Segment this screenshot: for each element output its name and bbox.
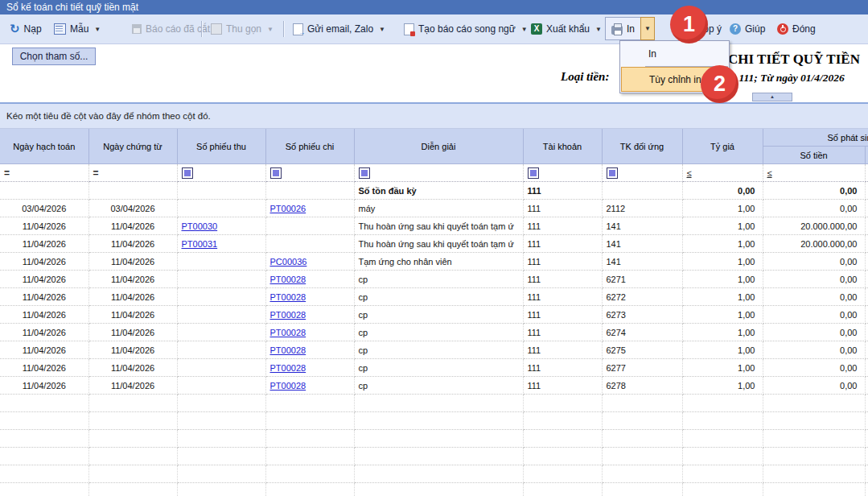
cell-quy-doi (865, 377, 868, 395)
cell-tai-khoan: 111 (523, 182, 602, 200)
filter-cell-ngay-chung-tu[interactable]: = (88, 164, 177, 182)
column-header-tk-doi-ung[interactable]: TK đối ứng (602, 129, 682, 164)
chevron-down-icon: ▼ (267, 26, 274, 33)
empty-cell (0, 430, 88, 448)
cell-quy-doi (865, 341, 868, 359)
filter-cell-so-phieu-thu[interactable] (177, 164, 265, 182)
empty-cell (602, 483, 682, 496)
table-row[interactable]: 11/04/202611/04/2026PT00030Thu hoàn ứng … (0, 217, 868, 235)
group-by-panel[interactable]: Kéo một tiêu đề cột vào đây để nhóm theo… (0, 104, 868, 129)
filter-cell-so-phieu-chi[interactable] (265, 164, 354, 182)
table-row[interactable]: 03/04/202603/04/2026PT00026máy11121121,0… (0, 200, 868, 217)
template-button[interactable]: Mẫu ▼ (51, 19, 104, 39)
voucher-link[interactable]: PT00030 (182, 221, 218, 231)
filter-cell-ngay-hach-toan[interactable]: = (0, 164, 88, 182)
voucher-link[interactable]: PT00028 (270, 310, 306, 320)
empty-cell (682, 395, 763, 412)
filter-box-icon (182, 167, 193, 179)
send-email-button[interactable]: Gửi email, Zalo ▼ (290, 19, 389, 39)
cell-so-tien: 0,00 (763, 306, 865, 324)
cell-ngay-hach-toan: 11/04/2026 (0, 359, 88, 377)
print-button[interactable]: In (605, 17, 640, 40)
cell-so-tien: 0,00 (763, 200, 865, 217)
empty-cell (354, 412, 523, 430)
column-header-ngay-chung-tu[interactable]: Ngày chứng từ (88, 129, 177, 164)
cell-ngay-hach-toan: 11/04/2026 (0, 324, 88, 341)
empty-cell (682, 412, 763, 430)
filter-cell-ty-gia[interactable]: ≤ (682, 164, 763, 182)
voucher-link[interactable]: PT00028 (270, 328, 306, 337)
table-row[interactable]: 11/04/202611/04/2026PT00028cp11162751,00… (0, 341, 868, 359)
cell-ty-gia: 1,00 (682, 253, 763, 271)
table-row[interactable]: 11/04/202611/04/2026PC00036Tạm ứng cho n… (0, 253, 868, 271)
voucher-link[interactable]: PT00028 (270, 381, 306, 391)
table-row[interactable]: 11/04/202611/04/2026PT00028cp11162781,00… (0, 377, 868, 395)
column-header-dien-giai[interactable]: Diễn giải (354, 129, 523, 164)
column-header-so-tien[interactable]: Số tiền (763, 147, 865, 164)
help-button[interactable]: ? Giúp (726, 19, 768, 39)
empty-cell (0, 412, 88, 430)
menu-item-in[interactable]: In (621, 42, 728, 66)
export-button[interactable]: X Xuất khẩu ▼ (528, 19, 605, 39)
voucher-link[interactable]: PT00026 (270, 204, 306, 213)
voucher-link[interactable]: PT00028 (270, 345, 306, 355)
cell-tk-doi-ung (602, 182, 682, 200)
cell-dien-giai: Tạm ứng cho nhân viên (354, 253, 523, 271)
table-row[interactable]: 11/04/202611/04/2026PT00028cp11162771,00… (0, 359, 868, 377)
collapse-header-button[interactable]: ▲ (752, 93, 792, 101)
print-dropdown-arrow[interactable]: ▼ (640, 17, 655, 40)
voucher-link[interactable]: PC00036 (270, 257, 307, 267)
column-header-so-phieu-chi[interactable]: Số phiếu chi (265, 129, 354, 164)
table-row[interactable]: 11/04/202611/04/2026PT00028cp11162721,00… (0, 288, 868, 306)
cell-ngay-chung-tu: 11/04/2026 (88, 359, 177, 377)
cell-ty-gia: 1,00 (682, 306, 763, 324)
voucher-link[interactable]: PT00028 (270, 292, 306, 302)
table-row[interactable]: Số tồn đầu kỳ1110,000,00 (0, 182, 868, 200)
currency-label: Loại tiền: (561, 70, 609, 84)
empty-cell (177, 483, 265, 496)
printer-icon (611, 26, 623, 35)
close-button[interactable]: Đóng (774, 19, 819, 39)
table-row[interactable]: 11/04/202611/04/2026PT00028cp11162741,00… (0, 324, 868, 341)
voucher-link[interactable]: PT00028 (270, 363, 306, 373)
empty-row (0, 430, 868, 448)
cell-ngay-hach-toan: 11/04/2026 (0, 217, 88, 235)
cell-so-phieu-chi: PT00028 (265, 377, 354, 395)
help-icon: ? (730, 23, 741, 35)
filter-cell-dien-giai[interactable] (354, 164, 523, 182)
column-header-ty-gia[interactable]: Tỷ giá (682, 129, 763, 164)
empty-cell (88, 483, 177, 496)
table-row[interactable]: 11/04/202611/04/2026PT00028cp11162711,00… (0, 271, 868, 288)
annotation-badge-1: 1 (670, 6, 708, 43)
empty-cell (0, 448, 88, 465)
filter-cell-so-tien[interactable]: ≤ (763, 164, 865, 182)
filter-cell-tk-doi-ung[interactable] (602, 164, 682, 182)
column-header-so-phieu-thu[interactable]: Số phiếu thu (177, 129, 265, 164)
toolbar: ↻ Nạp Mẫu ▼ Báo cáo đã cắt ▼ Thu gọn ▼ G… (0, 14, 868, 44)
column-header-quy-doi[interactable] (865, 147, 868, 164)
empty-cell (763, 465, 865, 483)
cell-tk-doi-ung: 6274 (602, 324, 682, 341)
filter-cell-tai-khoan[interactable] (523, 164, 602, 182)
cell-quy-doi (865, 200, 868, 217)
column-header-tai-khoan[interactable]: Tài khoản (523, 129, 602, 164)
choose-parameters-button[interactable]: Chọn tham số... (12, 48, 96, 65)
column-group-header-so-phat-sinh[interactable]: Số phát sinh (763, 129, 868, 147)
column-header-ngay-hach-toan[interactable]: Ngày hạch toán (0, 129, 88, 164)
cell-dien-giai: cp (354, 377, 523, 395)
voucher-link[interactable]: PT00028 (270, 275, 306, 284)
cell-dien-giai: Thu hoàn ứng sau khi quyết toán tạm ứ (354, 217, 523, 235)
bilingual-report-button[interactable]: Tạo báo cáo song ngữ ▼ (401, 19, 531, 39)
reload-button[interactable]: ↻ Nạp (6, 19, 45, 39)
cell-tk-doi-ung: 6273 (602, 306, 682, 324)
table-row[interactable]: 11/04/202611/04/2026PT00031Thu hoàn ứng … (0, 235, 868, 253)
empty-cell (354, 395, 523, 412)
empty-cell (88, 465, 177, 483)
empty-cell (354, 483, 523, 496)
cell-tk-doi-ung: 6271 (602, 271, 682, 288)
table-row[interactable]: 11/04/202611/04/2026PT00028cp11162731,00… (0, 306, 868, 324)
collapse-button[interactable]: Thu gọn ▼ (208, 19, 277, 39)
cell-tai-khoan: 111 (523, 288, 602, 306)
voucher-link[interactable]: PT00031 (182, 239, 218, 249)
filter-cell-quy-doi[interactable]: ≤ (865, 164, 868, 182)
